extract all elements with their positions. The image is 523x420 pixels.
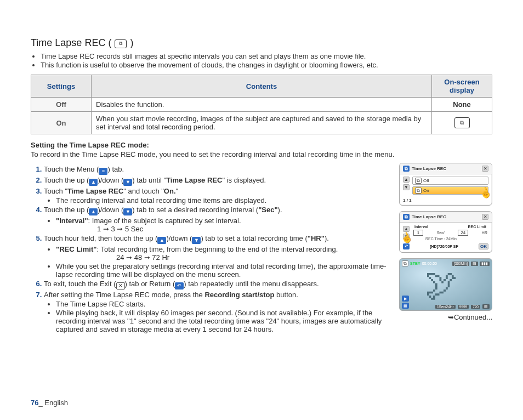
frame-count: 9999 <box>458 305 469 309</box>
intro-item: This function is useful to observe the m… <box>41 61 492 69</box>
table-row: Off Disables the function. None <box>31 98 492 112</box>
step-7-sub: While playing back, it will display 60 i… <box>56 309 394 333</box>
continued-indicator: ➥Continued... <box>399 313 492 321</box>
step-4-sub: "Interval": Image of the subject is capt… <box>56 217 394 233</box>
up-arrow-icon: ▲ <box>157 237 166 244</box>
step-7-sub: The Time Lapse REC starts. <box>56 300 394 308</box>
bold-text: Recording start/stop <box>204 291 274 299</box>
table-row: On When you start movie recording, image… <box>31 112 492 134</box>
interval-indicator: 1Sec/24Hr <box>435 305 456 309</box>
section-title: Time Lapse REC ( ⧉ ) <box>31 37 492 49</box>
timelapse-display-icon: ⧉ <box>454 117 470 128</box>
remaining-time: [300Min] <box>452 262 469 266</box>
intro-item: Time Lapse REC records still images at s… <box>41 52 492 60</box>
close-icon[interactable]: ✕ <box>482 166 488 172</box>
intro-list: Time Lapse REC records still images at s… <box>31 52 492 69</box>
play-button[interactable]: ▶ <box>402 296 409 302</box>
bold-text: Time Lapse REC <box>166 176 222 184</box>
reclimit-label: REC Limit <box>468 225 486 229</box>
bold-text: Time Lapse REC <box>67 187 123 195</box>
memory-icon: ▤ <box>482 304 490 309</box>
return-icon: ↶ <box>175 282 184 290</box>
display-none-text: None <box>453 100 471 109</box>
bold-text: "Interval" <box>56 217 88 225</box>
step-3-sub: The recording interval and total recordi… <box>56 196 394 205</box>
close-icon[interactable]: ✕ <box>482 214 488 220</box>
title-paren-close: ) <box>130 37 133 49</box>
col-contents: Contents <box>92 75 432 98</box>
step-6: To exit, touch the Exit (✕) tab or Retur… <box>44 280 394 290</box>
menu-title: Time Lapse REC <box>412 166 446 171</box>
thumbnail-button[interactable]: ▦ <box>402 303 409 309</box>
timelapse-camcorder-icon: ⧉ <box>115 39 127 48</box>
storage-icon: ▤ <box>471 262 478 266</box>
step-7: After setting the Time Lapse REC mode, p… <box>44 291 394 333</box>
off-icon: ⧉ <box>415 178 422 184</box>
page-language: English <box>44 399 68 407</box>
step-5: Touch hour field, then touch the up (▲)/… <box>44 234 394 279</box>
menu-title: Time Lapse REC <box>412 214 446 219</box>
menu-item-label: Off <box>423 178 429 183</box>
ok-button[interactable]: OK <box>479 243 488 249</box>
setting-desc: When you start movie recording, images o… <box>92 112 432 134</box>
bold-text: "REC Limit" <box>56 245 96 253</box>
up-arrow-icon: ▲ <box>89 179 98 186</box>
step-1: Touch the Menu (≡) tab. <box>44 165 394 175</box>
camcorder-icon: ⧉ <box>403 166 410 172</box>
up-arrow-icon: ▲ <box>89 208 98 215</box>
subtitle: Setting the Time Lapse REC mode: <box>31 141 492 149</box>
playback-panel: 🕊 ⧉ STBY 00:00:00 [300Min] ▤ ▮▮▮ ▶ ▦ <box>399 258 492 311</box>
page-footer: 76_ English <box>31 399 68 407</box>
menu-item-on[interactable]: ⧉ On <box>412 186 488 195</box>
setting-name: On <box>31 112 92 134</box>
setting-name: Off <box>31 98 92 112</box>
setting-display: None <box>432 98 492 112</box>
battery-icon: ▮▮▮ <box>480 262 490 266</box>
hr-unit: HR <box>482 231 487 235</box>
format-label: [HD]720/60P SF <box>430 245 458 248</box>
subtitle-desc: To record in the Time Lapse REC mode, yo… <box>31 150 492 158</box>
camcorder-icon: ⧉ <box>403 214 410 220</box>
page-indicator: 1 / 1 <box>400 197 492 205</box>
stby-indicator: STBY <box>410 262 420 265</box>
down-arrow-button[interactable]: ▼ <box>403 234 410 240</box>
on-icon: ⧉ <box>415 188 422 194</box>
menu-panel-interval: ⧉ Time Lapse REC ✕ ▲ ▼ Interval REC Limi… <box>399 211 492 253</box>
step-5-note: While you set the preparatory settings (… <box>56 262 394 279</box>
quality-icon: 720 <box>471 305 480 309</box>
step-5-sub: "REC Limit": Total recording time, from … <box>56 245 394 262</box>
setting-display: ⧉ <box>432 112 492 134</box>
col-display: On-screen display <box>432 75 492 98</box>
rec-time: REC Time : 24Min <box>412 237 488 241</box>
reclimit-sequence: 24 ➞ 48 ➞ 72 Hr <box>56 253 394 262</box>
page-number: 76 <box>31 399 38 407</box>
reclimit-value[interactable]: 24 <box>458 230 468 236</box>
interval-sequence: 1 ➞ 3 ➞ 5 Sec <box>56 225 394 233</box>
up-arrow-button[interactable]: ▲ <box>403 177 410 183</box>
bold-text: "HR" <box>308 234 325 242</box>
down-arrow-icon: ▼ <box>123 208 132 215</box>
menu-icon: ≡ <box>99 168 107 175</box>
down-arrow-button[interactable]: ▼ <box>403 184 410 190</box>
step-4: Touch the up (▲)/down (▼) tab to set a d… <box>44 206 394 233</box>
down-arrow-icon: ▼ <box>192 237 201 244</box>
setting-desc: Disables the function. <box>92 98 432 112</box>
menu-panel-list: ⧉ Time Lapse REC ✕ ▲ ▼ ⧉ Off ⧉ <box>399 163 492 206</box>
col-settings: Settings <box>31 75 92 98</box>
camcorder-mode-icon: ⧉ <box>402 260 408 266</box>
settings-table: Settings Contents On-screen display Off … <box>31 75 492 134</box>
menu-item-label: On <box>423 188 429 193</box>
down-arrow-icon: ▼ <box>123 179 132 186</box>
bold-text: "Sec" <box>258 206 277 214</box>
step-2: Touch the up (▲)/down (▼) tab until "Tim… <box>44 176 394 186</box>
bold-text: On. <box>164 187 176 195</box>
sec-unit: Sec/ <box>437 231 445 235</box>
step-3: Touch "Time Lapse REC" and touch "On." T… <box>44 187 394 205</box>
title-text: Time Lapse REC ( <box>31 37 111 49</box>
interval-label: Interval <box>414 225 428 229</box>
elapsed-time: 00:00:00 <box>422 262 437 265</box>
interval-value[interactable]: 1 <box>413 230 423 236</box>
exit-icon: ✕ <box>116 282 125 290</box>
menu-item-off[interactable]: ⧉ Off <box>412 177 488 185</box>
steps-list: Touch the Menu (≡) tab. Touch the up (▲)… <box>31 165 394 333</box>
